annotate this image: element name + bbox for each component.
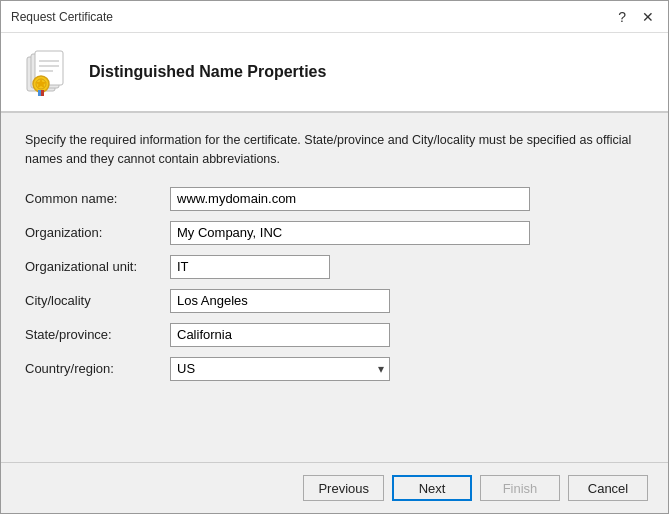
title-bar-right: ? ✕: [614, 9, 658, 25]
svg-rect-10: [41, 90, 44, 96]
input-organization[interactable]: [170, 221, 530, 245]
svg-rect-9: [38, 90, 41, 96]
label-org-unit: Organizational unit:: [25, 259, 170, 274]
label-country: Country/region:: [25, 361, 170, 376]
input-org-unit[interactable]: [170, 255, 330, 279]
dialog: Request Certificate ? ✕ Distinguished Na…: [0, 0, 669, 514]
certificate-icon: [21, 47, 71, 97]
title-bar-left: Request Certificate: [11, 10, 113, 24]
header-section: Distinguished Name Properties: [1, 33, 668, 113]
form-row-org-unit: Organizational unit:: [25, 255, 644, 279]
description-text: Specify the required information for the…: [25, 131, 644, 169]
label-organization: Organization:: [25, 225, 170, 240]
form-area: Common name: Organization: Organizationa…: [25, 187, 644, 381]
form-row-state: State/province:: [25, 323, 644, 347]
close-button[interactable]: ✕: [638, 9, 658, 25]
label-state: State/province:: [25, 327, 170, 342]
input-city[interactable]: [170, 289, 390, 313]
header-title: Distinguished Name Properties: [89, 63, 326, 81]
form-row-city: City/locality: [25, 289, 644, 313]
input-state[interactable]: [170, 323, 390, 347]
form-row-organization: Organization:: [25, 221, 644, 245]
form-row-country: Country/region: US CA GB AU DE FR: [25, 357, 644, 381]
help-button[interactable]: ?: [614, 9, 630, 25]
previous-button[interactable]: Previous: [303, 475, 384, 501]
finish-button[interactable]: Finish: [480, 475, 560, 501]
input-common-name[interactable]: [170, 187, 530, 211]
form-row-common-name: Common name:: [25, 187, 644, 211]
next-button[interactable]: Next: [392, 475, 472, 501]
label-common-name: Common name:: [25, 191, 170, 206]
content: Specify the required information for the…: [1, 113, 668, 462]
select-country[interactable]: US CA GB AU DE FR: [170, 357, 390, 381]
title-bar: Request Certificate ? ✕: [1, 1, 668, 33]
label-city: City/locality: [25, 293, 170, 308]
cancel-button[interactable]: Cancel: [568, 475, 648, 501]
dialog-title: Request Certificate: [11, 10, 113, 24]
select-wrapper-country: US CA GB AU DE FR: [170, 357, 390, 381]
footer: Previous Next Finish Cancel: [1, 462, 668, 513]
